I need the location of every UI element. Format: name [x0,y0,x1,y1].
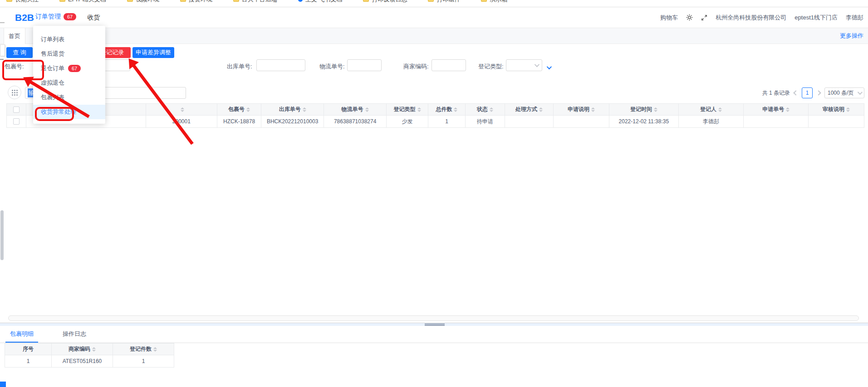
column-label: 状态 [477,106,488,112]
tab-package-detail[interactable]: 包裹明细 [5,330,38,343]
bookmark-item[interactable]: 长期关注 [6,0,39,5]
sort-icon[interactable] [539,107,543,112]
bookmark-item[interactable]: 百大平台后端 [233,0,277,5]
table-cell [7,116,26,128]
user-name[interactable]: 李德彭 [846,14,863,22]
left-edge-dash [0,59,4,60]
bookmark-item[interactable]: 打印组件 [428,0,460,5]
chevron-down-icon [858,90,863,95]
horizontal-scrollbar[interactable] [8,315,859,321]
query-button[interactable]: 查 询 [6,47,33,58]
nav-tab-label: 订单管理 [35,13,61,21]
sort-icon[interactable] [246,107,250,112]
tab-operation-log[interactable]: 操作日志 [58,330,91,343]
pagination: 共 1 条记录 1 1000 条/页 [762,87,864,99]
column-header[interactable]: 物流单号 [324,104,387,116]
bookmark-item[interactable]: 打印反馈日志 [363,0,407,5]
sort-icon[interactable] [92,347,96,352]
menu-item-after-sale-return[interactable]: 售后退货 [33,47,105,61]
menu-item-label: 售后退货 [41,50,64,58]
column-header[interactable]: 状态 [465,104,505,116]
folder-icon [428,0,434,2]
sort-icon[interactable] [181,107,184,112]
bookmark-item[interactable]: 投资环境 [180,0,212,5]
column-header[interactable]: 申请单号 [744,104,809,116]
table-cell [809,116,864,128]
expand-filters-toggle[interactable] [547,63,550,71]
merchant-code-input[interactable] [432,59,466,71]
prev-page-button[interactable] [794,91,798,95]
column-header[interactable]: 登记类型 [387,104,428,116]
select-all-checkbox[interactable] [13,106,20,113]
outbound-no-input[interactable] [256,59,305,71]
bookmark-item[interactable]: 主文 飞书文档 [298,0,343,5]
sort-icon[interactable] [591,107,595,112]
column-label: 序号 [23,346,34,352]
column-header[interactable]: 出库单号 [261,104,324,116]
column-settings-button[interactable] [8,86,21,99]
column-header[interactable]: 申请说明 [554,104,609,116]
row-checkbox[interactable] [13,118,20,125]
sort-icon[interactable] [153,347,157,352]
sort-icon[interactable] [718,107,722,112]
sort-icon[interactable] [454,107,457,112]
table-cell: BHCK202212010003 [261,116,324,128]
sort-icon[interactable] [786,107,790,112]
folder-icon [233,0,239,2]
column-header[interactable]: 审核说明 [809,104,864,116]
page-tab-bar: 首页 更多操作 [0,28,868,44]
tab-home[interactable]: 首页 [4,28,25,44]
sort-icon[interactable] [365,107,369,112]
cart-link[interactable]: 购物车 [660,14,678,22]
total-records-text: 共 1 条记录 [762,89,790,97]
sort-icon[interactable] [490,107,493,112]
company-name[interactable]: 杭州全尚科技股份有限公司 [716,14,786,22]
logistics-no-input[interactable] [347,59,382,71]
apply-diff-adjust-button[interactable]: 申请差异调整 [132,47,174,58]
menu-item-order-list[interactable]: 订单列表 [33,32,105,47]
sort-icon[interactable] [654,107,657,112]
next-page-button[interactable] [817,91,820,95]
column-header[interactable]: 包裹号 [217,104,261,116]
column-header[interactable]: 总件数 [428,104,466,116]
page-number-button[interactable]: 1 [802,87,813,98]
column-header[interactable]: 登记时间 [609,104,678,116]
vertical-scrollbar-thumb[interactable] [0,210,4,260]
bookmark-item[interactable]: 视频环境 [127,0,159,5]
bookmark-label: EPI7 相关文档 [68,0,106,4]
more-actions-link[interactable]: 更多操作 [840,32,863,40]
column-label: 登记件数 [130,346,152,352]
column-label: 处理方式 [515,106,537,112]
bookmark-item[interactable]: 演示箱 [481,0,507,5]
sort-icon[interactable] [846,107,850,112]
nav-tab-order-management[interactable]: 订单管理 67 [35,7,76,28]
sort-icon[interactable] [303,107,306,112]
register-type-select[interactable] [506,59,542,71]
panel-splitter[interactable] [0,323,868,326]
table-row[interactable]: 200001HZCK-18878BHCK20221201000378638871… [7,116,864,128]
select-all-header[interactable] [7,104,26,116]
bookmark-item[interactable]: EPI7 相关文档 [59,0,106,5]
column-header[interactable] [146,104,217,116]
store-name[interactable]: eptest1线下门店 [794,14,838,22]
bookmark-label: 投资环境 [189,0,212,4]
collapsed-drawer-handle[interactable] [0,44,5,56]
table-cell: 78638871038274 [324,116,387,128]
menu-item-label: 订单列表 [41,35,64,44]
table-row[interactable]: 1ATEST051R1601 [5,355,174,368]
column-header[interactable]: 商家编码 [52,343,113,355]
page-size-select[interactable]: 1000 条/页 [824,87,864,98]
column-header[interactable]: 处理方式 [505,104,553,116]
outbound-no-label: 出库单号: [227,63,252,71]
menu-item-package-list[interactable]: 包裹列表 [33,90,105,105]
menu-item-label: 虚拟退仓 [41,79,64,87]
column-header[interactable]: 登记人 [679,104,744,116]
column-header[interactable]: 登记件数 [113,343,174,355]
column-label: 审核说明 [823,106,844,112]
table-cell [744,116,809,128]
fullscreen-icon[interactable] [701,15,707,21]
sort-icon[interactable] [417,107,421,112]
bottom-corner-widget [0,382,6,387]
nav-tab-receiving[interactable]: 收货 [87,7,100,28]
gear-icon[interactable] [686,14,693,21]
